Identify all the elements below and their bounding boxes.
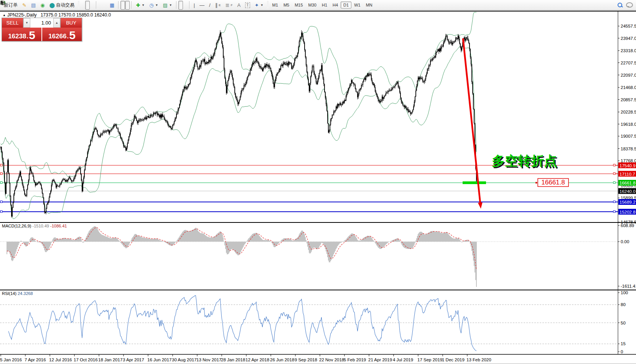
svg-text:16 Jun 2017: 16 Jun 2017 xyxy=(147,357,171,362)
toolbar-separator xyxy=(96,1,97,9)
timeframe-w1[interactable]: W1 xyxy=(351,2,363,8)
svg-text:21 Apr 2019: 21 Apr 2019 xyxy=(368,357,392,362)
zoom-out-button[interactable] xyxy=(103,1,107,10)
auto-trading-icon: ⬤ xyxy=(49,3,55,8)
chart-title: ▲JPN225-,Daily17375.0 17570.0 15850.0 16… xyxy=(3,12,111,18)
equidistant-channel-tool[interactable]: ∥E xyxy=(213,1,223,10)
horizontal-line-tool[interactable]: — xyxy=(197,1,207,10)
mt4-window: 新订单 ✎ ▤ ◉ ⬤ 自动交易 ▦ xyxy=(0,0,636,364)
svg-text:0.00: 0.00 xyxy=(621,239,629,244)
svg-text:20228.5: 20228.5 xyxy=(621,110,636,114)
vertical-line-tool[interactable]: | xyxy=(191,1,197,10)
timeframe-group: M1M5M15M30H1H4D1W1MN xyxy=(270,2,375,8)
timeframe-d1[interactable]: D1 xyxy=(341,2,351,8)
volume-value[interactable]: 1.00 xyxy=(30,18,53,28)
line-chart-mode-button[interactable] xyxy=(90,1,94,10)
text-tool[interactable]: A xyxy=(235,1,243,10)
highlight-bar-annotation[interactable] xyxy=(463,181,486,184)
buy-price[interactable]: 16266.5 xyxy=(42,28,82,41)
periods-button[interactable]: ◷▼ xyxy=(147,1,160,10)
svg-text:1 Dec 2019: 1 Dec 2019 xyxy=(442,357,465,362)
toolbar-divider xyxy=(0,11,636,12)
axis-price-label: 16240.0 xyxy=(618,188,636,194)
chat-icon[interactable] xyxy=(626,2,633,8)
svg-text:21468.0: 21468.0 xyxy=(621,85,636,90)
templates-button[interactable]: ▨▼ xyxy=(161,1,175,10)
svg-text:16240.0: 16240.0 xyxy=(620,189,636,194)
timeframe-h4[interactable]: H4 xyxy=(330,2,341,8)
chart-shift-button[interactable] xyxy=(125,1,130,10)
svg-text:24557.5: 24557.5 xyxy=(621,24,636,28)
svg-text:9 Sep 2018: 9 Sep 2018 xyxy=(295,357,317,362)
bar-chart-mode-button[interactable] xyxy=(81,1,85,10)
volume-increase-button[interactable]: ▲ xyxy=(53,18,60,28)
tile-windows-button[interactable]: ▦ xyxy=(107,1,117,10)
svg-text:22097.0: 22097.0 xyxy=(621,73,636,77)
macd-signal-value: -1086.41 xyxy=(50,224,67,228)
crosshair-tool-button[interactable] xyxy=(183,1,188,10)
svg-text:22707.5: 22707.5 xyxy=(621,61,636,65)
svg-text:15202.8: 15202.8 xyxy=(620,210,636,214)
svg-text:30 Aug 2017: 30 Aug 2017 xyxy=(172,357,197,362)
svg-text:100: 100 xyxy=(621,290,628,295)
volume-decrease-button[interactable]: ▼ xyxy=(23,18,30,28)
template-icon: ▨ xyxy=(163,3,168,8)
timeframe-h1[interactable]: H1 xyxy=(319,2,330,8)
svg-text:17 Sep 2019: 17 Sep 2019 xyxy=(417,357,442,362)
svg-text:-1611.41: -1611.41 xyxy=(621,284,636,288)
toolbar-separator xyxy=(176,1,177,9)
add-indicator-button[interactable]: ✚▼ xyxy=(133,1,147,10)
cursor-tool-button[interactable] xyxy=(178,1,183,10)
timeframe-m15[interactable]: M15 xyxy=(292,2,305,8)
timeframe-m1[interactable]: M1 xyxy=(270,2,281,8)
svg-text:22 Nov 2018: 22 Nov 2018 xyxy=(319,357,344,362)
trendline-tool[interactable]: / xyxy=(207,1,213,10)
svg-text:17768.0: 17768.0 xyxy=(621,158,636,163)
add-indicator-icon: ✚ xyxy=(136,3,140,8)
turning-point-annotation[interactable]: 多空转折点 xyxy=(492,153,557,168)
macd-label: MACD(12,26,9) -1510.49 -1086.41 xyxy=(2,224,67,228)
symbol-period-label: JPN225-,Daily xyxy=(7,12,37,18)
candlestick-mode-button[interactable] xyxy=(85,1,90,10)
toolbar-grip xyxy=(267,1,269,9)
svg-text:7 Apr 2016: 7 Apr 2016 xyxy=(25,357,46,362)
arrows-tool[interactable]: ✦▼ xyxy=(252,1,266,10)
print-preview-icon[interactable]: ▤ xyxy=(29,1,38,10)
svg-text:4 Jul 2019: 4 Jul 2019 xyxy=(393,357,413,362)
svg-text:3 Apr 2017: 3 Apr 2017 xyxy=(123,357,144,362)
svg-text:17540.9: 17540.9 xyxy=(620,163,636,168)
search-icon[interactable] xyxy=(618,3,622,7)
axis-price-label: 17540.9 xyxy=(618,163,636,168)
svg-text:26 Jun 2018: 26 Jun 2018 xyxy=(270,357,294,362)
signal-icon[interactable]: ◉ xyxy=(38,1,47,10)
toolbar-grip xyxy=(78,1,79,9)
zoom-in-button[interactable] xyxy=(98,1,103,10)
axis-price-label: 16661.8 xyxy=(618,180,636,186)
axis-price-label: 15202.8 xyxy=(618,209,636,215)
chart-collapse-arrow[interactable]: ▲ xyxy=(3,13,6,17)
macd-main-value: -1510.49 xyxy=(32,224,49,228)
highlighter-icon[interactable]: ✎ xyxy=(20,1,29,10)
svg-text:19618.0: 19618.0 xyxy=(621,122,636,127)
svg-text:13 Feb 2020: 13 Feb 2020 xyxy=(466,357,491,362)
buy-button[interactable]: BUY xyxy=(61,18,82,28)
tile-windows-icon: ▦ xyxy=(110,3,114,8)
svg-text:12 Apr 2018: 12 Apr 2018 xyxy=(246,357,269,362)
sell-price[interactable]: 16238.5 xyxy=(2,28,41,41)
timeframe-m5[interactable]: M5 xyxy=(281,2,292,8)
svg-text:18378.5: 18378.5 xyxy=(621,147,636,151)
rsi-label: RSI(14) 24.3268 xyxy=(2,291,33,296)
sell-button[interactable]: SELL xyxy=(2,18,23,28)
chart-canvas[interactable]: 多空转折点多空转折点 16661.824557.523947.023318.02… xyxy=(0,0,636,364)
timeframe-m30[interactable]: M30 xyxy=(306,2,319,8)
timeframe-mn[interactable]: MN xyxy=(363,2,375,8)
svg-text:28 Jan 2018: 28 Jan 2018 xyxy=(221,357,245,362)
svg-text:20857.5: 20857.5 xyxy=(621,97,636,102)
fibonacci-tool[interactable]: ≣F xyxy=(223,1,235,10)
svg-text:13 Nov 2017: 13 Nov 2017 xyxy=(196,357,221,362)
text-label-tool[interactable]: T xyxy=(243,1,252,10)
price-callout-box[interactable]: 16661.8 xyxy=(535,178,568,186)
toolbar: 新订单 ✎ ▤ ◉ ⬤ 自动交易 ▦ xyxy=(0,0,636,10)
auto-scroll-button[interactable] xyxy=(120,1,125,10)
auto-trading-button[interactable]: ⬤ 自动交易 xyxy=(47,1,77,10)
